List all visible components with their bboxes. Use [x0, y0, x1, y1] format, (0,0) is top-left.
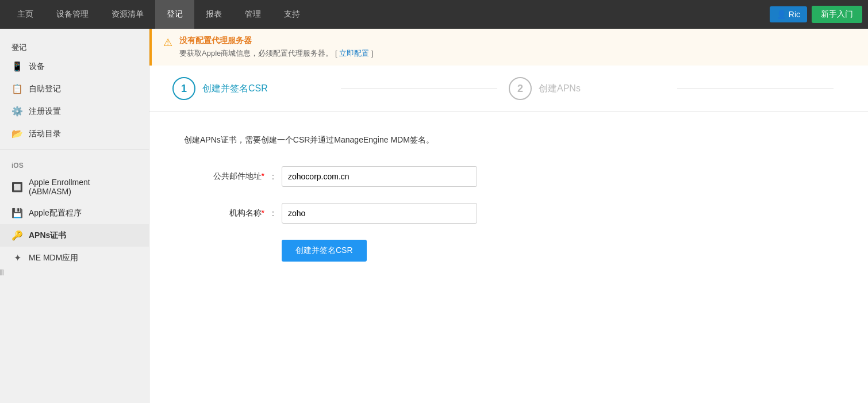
alert-warning-icon: ⚠	[163, 36, 172, 49]
org-label-text: 机构名称	[229, 208, 262, 217]
sidebar-item-apple-config-label: Apple配置程序	[29, 208, 82, 218]
nav-item-report[interactable]: 报表	[194, 0, 233, 29]
alert-body: 要获取Apple商城信息，必须配置代理服务器。 [ 立即配置 ]	[179, 48, 373, 59]
steps-container: 1 创建并签名CSR 2 创建APNs	[149, 66, 868, 112]
user-icon-button[interactable]: 👤 Ric	[770, 6, 807, 22]
org-colon: :	[264, 209, 282, 218]
email-label-text: 公共邮件地址	[213, 171, 262, 181]
main-content: ⚠ 没有配置代理服务器 要获取Apple商城信息，必须配置代理服务器。 [ 立即…	[149, 29, 868, 403]
sidebar-item-me-mdm-label: ME MDM应用	[29, 253, 78, 263]
alert-configure-link[interactable]: 立即配置	[339, 49, 369, 57]
top-nav-right: 👤 Ric 新手入门	[770, 6, 862, 23]
sidebar-item-apple-config[interactable]: 💾 Apple配置程序	[0, 202, 149, 224]
apple-config-icon: 💾	[11, 208, 23, 218]
sidebar-item-apns-cert[interactable]: 🔑 APNs证书	[0, 224, 149, 247]
sidebar-item-activity-log-label: 活动目录	[29, 129, 61, 139]
step-divider-2	[677, 89, 834, 89]
org-label: 机构名称*	[184, 208, 264, 218]
nav-item-support[interactable]: 支持	[272, 0, 312, 29]
form-area: 创建APNs证书，需要创建一个CSR并通过ManageEngine MDM签名。…	[149, 112, 868, 285]
sidebar-item-device[interactable]: 📱 设备	[0, 55, 149, 78]
step-1-item: 1 创建并签名CSR	[172, 77, 329, 100]
email-input[interactable]	[282, 166, 477, 187]
sidebar-item-reg-settings[interactable]: ⚙️ 注册设置	[0, 100, 149, 122]
step-divider	[341, 89, 498, 89]
step-2-circle: 2	[509, 77, 532, 100]
step-2-item: 2 创建APNs	[509, 77, 666, 100]
user-label: Ric	[789, 10, 800, 19]
nav-item-device-mgmt[interactable]: 设备管理	[45, 0, 100, 29]
sidebar-resize-handle[interactable]: |||	[0, 269, 3, 275]
sidebar-item-apple-enrollment-label: Apple Enrollment(ABM/ASM)	[29, 178, 90, 196]
alert-link-suffix: ]	[371, 49, 374, 57]
nav-item-register[interactable]: 登记	[155, 0, 194, 29]
alert-content: 没有配置代理服务器 要获取Apple商城信息，必须配置代理服务器。 [ 立即配置…	[179, 36, 373, 59]
new-user-button[interactable]: 新手入门	[812, 6, 862, 23]
alert-banner: ⚠ 没有配置代理服务器 要获取Apple商城信息，必须配置代理服务器。 [ 立即…	[149, 29, 868, 66]
me-mdm-icon: ✦	[11, 252, 23, 263]
ios-section-title: iOS	[0, 155, 149, 172]
device-icon: 📱	[11, 61, 23, 72]
email-label: 公共邮件地址*	[184, 171, 264, 182]
apns-cert-icon: 🔑	[11, 230, 23, 241]
sidebar-separator	[0, 149, 149, 150]
alert-title: 没有配置代理服务器	[179, 36, 373, 46]
apple-enrollment-icon: 🔲	[11, 182, 23, 193]
form-description: 创建APNs证书，需要创建一个CSR并通过ManageEngine MDM签名。	[184, 135, 834, 145]
top-nav-items: 主页 设备管理 资源清单 登记 报表 管理 支持	[6, 0, 770, 29]
sidebar: 登记 📱 设备 📋 自助登记 ⚙️ 注册设置 📂 活动目录 iOS 🔲 Appl…	[0, 29, 149, 403]
step-1-circle: 1	[172, 77, 195, 100]
top-nav: 主页 设备管理 资源清单 登记 报表 管理 支持 👤 Ric 新手入门	[0, 0, 868, 29]
sidebar-section-title: 登记	[0, 38, 149, 55]
main-layout: 登记 📱 设备 📋 自助登记 ⚙️ 注册设置 📂 活动目录 iOS 🔲 Appl…	[0, 29, 868, 403]
sidebar-item-apple-enrollment[interactable]: 🔲 Apple Enrollment(ABM/ASM)	[0, 172, 149, 202]
sidebar-item-me-mdm[interactable]: ✦ ME MDM应用	[0, 247, 149, 269]
sidebar-item-apns-cert-label: APNs证书	[29, 231, 66, 241]
create-sign-csr-button[interactable]: 创建并签名CSR	[282, 240, 367, 262]
nav-item-home[interactable]: 主页	[6, 0, 45, 29]
form-row-email: 公共邮件地址* :	[184, 166, 834, 187]
activity-log-icon: 📂	[11, 128, 23, 139]
sidebar-item-self-register-label: 自助登记	[29, 84, 61, 94]
email-colon: :	[264, 172, 282, 181]
step-2-label: 创建APNs	[539, 83, 581, 95]
user-icon: 👤	[777, 10, 786, 19]
nav-item-resource-list[interactable]: 资源清单	[100, 0, 155, 29]
org-name-input[interactable]	[282, 203, 477, 224]
sidebar-item-device-label: 设备	[29, 62, 45, 72]
alert-body-text: 要获取Apple商城信息，必须配置代理服务器。	[179, 49, 333, 57]
sidebar-item-activity-log[interactable]: 📂 活动目录	[0, 122, 149, 145]
step-1-label: 创建并签名CSR	[202, 83, 268, 95]
reg-settings-icon: ⚙️	[11, 106, 23, 117]
form-row-org: 机构名称* :	[184, 203, 834, 224]
self-register-icon: 📋	[11, 83, 23, 94]
form-actions: 创建并签名CSR	[184, 240, 834, 262]
sidebar-item-reg-settings-label: 注册设置	[29, 106, 61, 117]
nav-item-manage[interactable]: 管理	[233, 0, 272, 29]
sidebar-item-self-register[interactable]: 📋 自助登记	[0, 78, 149, 100]
